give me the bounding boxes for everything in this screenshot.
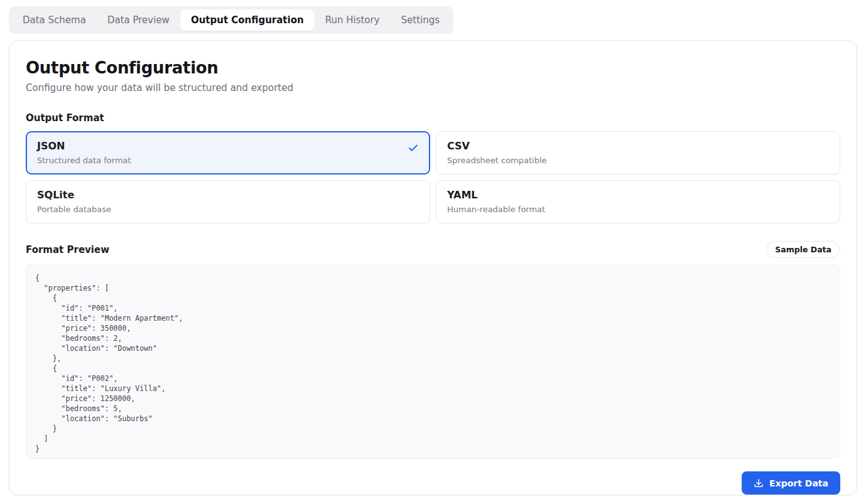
export-data-button[interactable]: Export Data	[742, 471, 840, 495]
export-data-label: Export Data	[769, 478, 828, 488]
tab-data-preview[interactable]: Data Preview	[97, 9, 180, 31]
output-configuration-panel: Output Configuration Configure how your …	[9, 40, 857, 495]
format-option-description: Human-readable format	[447, 205, 829, 214]
format-option-grid: JSON Structured data format CSV Spreadsh…	[26, 131, 840, 223]
format-option-description: Spreadsheet compatible	[447, 156, 829, 165]
format-option-json[interactable]: JSON Structured data format	[26, 131, 430, 174]
format-option-yaml[interactable]: YAML Human-readable format	[436, 180, 840, 223]
tab-bar: Data Schema Data Preview Output Configur…	[9, 6, 453, 34]
format-preview-section-label: Format Preview	[26, 244, 109, 255]
format-option-description: Structured data format	[37, 156, 419, 165]
tab-run-history[interactable]: Run History	[315, 9, 391, 31]
sample-data-badge: Sample Data	[766, 241, 840, 258]
tab-output-configuration[interactable]: Output Configuration	[180, 9, 315, 31]
format-preview-code-block: { "properties": [ { "id": "P001", "title…	[26, 264, 840, 459]
download-icon	[754, 478, 764, 488]
tab-settings[interactable]: Settings	[391, 9, 451, 31]
card-footer: Export Data	[26, 471, 840, 495]
format-option-description: Portable database	[37, 205, 419, 214]
format-option-csv[interactable]: CSV Spreadsheet compatible	[436, 131, 840, 174]
format-option-title: SQLite	[37, 189, 419, 201]
format-preview-code: { "properties": [ { "id": "P001", "title…	[35, 273, 831, 454]
format-preview-header: Format Preview Sample Data	[26, 241, 840, 258]
tab-data-schema[interactable]: Data Schema	[12, 9, 97, 31]
page-subtitle: Configure how your data will be structur…	[26, 82, 840, 94]
check-icon	[408, 142, 419, 154]
page-title: Output Configuration	[26, 58, 840, 77]
format-option-sqlite[interactable]: SQLite Portable database	[26, 180, 430, 223]
format-option-title: JSON	[37, 140, 419, 152]
output-format-section-label: Output Format	[26, 112, 840, 124]
format-option-title: CSV	[447, 140, 829, 152]
format-option-title: YAML	[447, 189, 829, 201]
